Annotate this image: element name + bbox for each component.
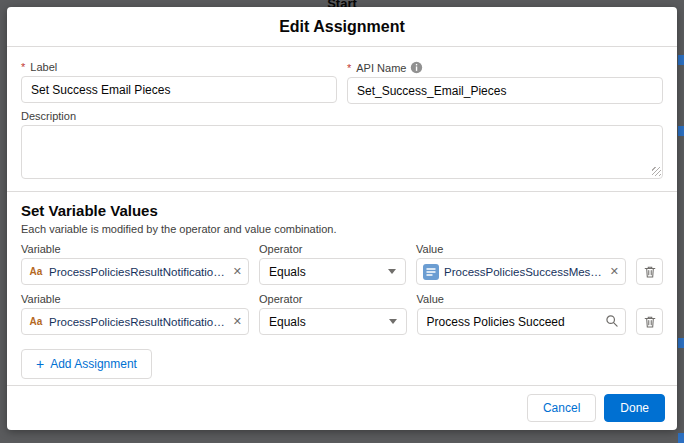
remove-pill-icon[interactable]: ✕ xyxy=(610,266,619,277)
done-button[interactable]: Done xyxy=(604,394,665,422)
variable-pill-label: ProcessPoliciesResultNotificationTitle xyxy=(49,316,228,328)
description-field: Description xyxy=(21,110,663,179)
trash-icon xyxy=(643,265,657,279)
operator-selected-value: Equals xyxy=(269,265,306,279)
value-pill-label: ProcessPoliciesSuccessMessage xyxy=(444,266,605,278)
clipped-link-fragment xyxy=(678,433,684,443)
required-marker: * xyxy=(347,62,351,74)
value-column-label: Value xyxy=(417,293,626,305)
operator-selected-value: Equals xyxy=(269,315,306,329)
text-variable-icon: Aa xyxy=(28,314,44,330)
section-divider xyxy=(7,191,677,192)
modal-body: *Label *API Name Description xyxy=(7,47,677,385)
label-input[interactable] xyxy=(21,76,337,103)
delete-assignment-button[interactable] xyxy=(636,258,663,285)
text-template-icon xyxy=(423,264,439,280)
api-name-field-label: *API Name xyxy=(347,61,663,74)
remove-pill-icon[interactable]: ✕ xyxy=(233,266,242,277)
operator-column-label: Operator xyxy=(259,293,407,305)
variable-pill[interactable]: Aa ProcessPoliciesResultNotificationTitl… xyxy=(21,308,249,335)
description-field-label: Description xyxy=(21,110,663,122)
api-name-input[interactable] xyxy=(347,77,663,104)
delete-assignment-button[interactable] xyxy=(636,308,663,335)
edit-assignment-modal: Edit Assignment *Label *API Name xyxy=(7,7,677,430)
variable-column-label: Variable xyxy=(21,293,249,305)
remove-pill-icon[interactable]: ✕ xyxy=(233,316,242,327)
operator-select[interactable]: Equals xyxy=(259,258,406,285)
description-textarea[interactable] xyxy=(21,125,663,179)
required-marker: * xyxy=(21,61,25,73)
variable-pill[interactable]: Aa ProcessPoliciesResultNotificationBody… xyxy=(21,258,249,285)
assignment-row: Variable Aa ProcessPoliciesResultNotific… xyxy=(21,293,663,335)
trash-icon xyxy=(643,315,657,329)
clipped-link-fragment xyxy=(678,126,684,136)
section-subtitle: Each variable is modified by the operato… xyxy=(21,223,663,235)
text-variable-icon: Aa xyxy=(28,264,44,280)
label-field: *Label xyxy=(21,57,337,104)
cancel-button[interactable]: Cancel xyxy=(527,394,596,422)
clipped-link-fragment xyxy=(678,338,684,348)
plus-icon: + xyxy=(36,357,44,371)
chevron-down-icon xyxy=(388,269,396,274)
modal-title: Edit Assignment xyxy=(279,18,405,36)
operator-select[interactable]: Equals xyxy=(259,308,407,335)
info-icon[interactable] xyxy=(410,61,423,74)
variable-column-label: Variable xyxy=(21,243,249,255)
search-icon[interactable] xyxy=(605,314,619,328)
value-pill[interactable]: ProcessPoliciesSuccessMessage ✕ xyxy=(416,258,626,285)
add-assignment-label: Add Assignment xyxy=(50,357,137,371)
add-assignment-button[interactable]: + Add Assignment xyxy=(21,349,152,379)
clipped-link-fragment xyxy=(678,55,684,65)
value-column-label: Value xyxy=(416,243,626,255)
variable-pill-label: ProcessPoliciesResultNotificationBody xyxy=(49,266,228,278)
assignment-row: Variable Aa ProcessPoliciesResultNotific… xyxy=(21,243,663,285)
operator-column-label: Operator xyxy=(259,243,406,255)
chevron-down-icon xyxy=(389,319,397,324)
modal-header: Edit Assignment xyxy=(7,7,677,47)
section-title: Set Variable Values xyxy=(21,202,663,219)
api-name-field: *API Name xyxy=(347,57,663,104)
textarea-resize-handle[interactable] xyxy=(652,167,661,176)
modal-footer: Cancel Done xyxy=(7,385,677,430)
value-input[interactable] xyxy=(417,308,626,335)
label-field-label: *Label xyxy=(21,61,337,73)
